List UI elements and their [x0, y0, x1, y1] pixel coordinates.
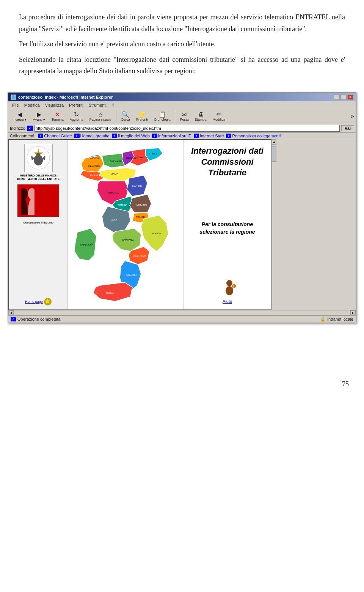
status-e-icon: e [11, 317, 16, 321]
status-text: Operazione completata [17, 317, 61, 321]
paragraph-3: Selezionando la citata locuzione "Interr… [19, 54, 345, 77]
link-internet-start[interactable]: e Internet Start [194, 134, 224, 138]
menu-file[interactable]: File [10, 102, 21, 108]
print-button[interactable]: 🖨 Stampa [192, 110, 209, 123]
menu-visualizza[interactable]: Visualizza [43, 102, 66, 108]
link-e-icon: e [38, 134, 43, 138]
back-button[interactable]: ◀ Indietro▼ [10, 110, 30, 123]
interrogazioni-title: Interrogazioni dati Commissioni Tributar… [191, 146, 264, 178]
menu-help[interactable]: ? [110, 102, 116, 108]
status-left: e Operazione completata [11, 317, 61, 321]
paragraph-2: Per l'utilizzo del servizio non e' previ… [19, 38, 345, 50]
address-label: Indirizzo [10, 126, 25, 131]
print-icon: 🖨 [198, 112, 204, 118]
link-e-icon-3: e [112, 134, 117, 138]
refresh-button[interactable]: ↻ Aggiorna [67, 110, 86, 123]
label-piemonte: PIEMONTE [88, 165, 100, 167]
history-button[interactable]: 📋 Cronologia [151, 110, 173, 123]
address-bar: Indirizzo e Vai [8, 124, 356, 133]
links-label: Collegamenti [10, 134, 34, 138]
back-label: Indietro▼ [13, 118, 27, 121]
svg-point-3 [36, 153, 40, 157]
label-toscana: TOSCANA [108, 192, 119, 194]
svg-point-4 [226, 280, 232, 286]
left-panel: MINISTERO DELLE FINANZE DIPARTIMENTO DEL… [9, 140, 68, 309]
back-icon: ◀ [17, 112, 22, 118]
link-e-icon-2: e [74, 134, 80, 138]
svg-point-5 [226, 286, 233, 295]
close-button[interactable]: ✕ [347, 94, 353, 100]
go-button[interactable]: Vai [341, 125, 354, 131]
home-button[interactable]: ⌂ Pagina iniziale [87, 110, 114, 123]
favorites-button[interactable]: ⭐ Preferiti [133, 110, 151, 123]
contenzioso-label: Contenzioso Tributario [23, 220, 53, 225]
link-ie-info[interactable]: e Informazioni su IE [152, 134, 191, 138]
status-right: 🔒 Intranet locale [320, 316, 353, 322]
home-icon: ⌂ [99, 112, 102, 118]
minimize-button[interactable]: _ [334, 94, 340, 100]
lock-icon: 🔒 [320, 316, 326, 322]
menu-preferiti[interactable]: Preferiti [67, 102, 86, 108]
link-e-icon-4: e [152, 134, 157, 138]
address-input[interactable] [35, 125, 340, 132]
ministry-name: MINISTERO DELLE FINANZE DIPARTIMENTO DEL… [17, 174, 60, 181]
window-title: contenzioso_Index - Microsoft Internet E… [18, 95, 113, 99]
toolbar-expand[interactable]: » [351, 112, 354, 120]
scrollbar-thumb[interactable] [272, 146, 276, 162]
browser-content-area: MINISTERO DELLE FINANZE DIPARTIMENTO DEL… [8, 139, 356, 310]
search-button[interactable]: 🔍 Cerca [118, 110, 133, 123]
link-hotmail[interactable]: e Hotmail gratuita [74, 134, 110, 138]
edit-button[interactable]: ✏ Modifica [210, 110, 228, 123]
vertical-scrollbar[interactable]: ▲ [271, 139, 277, 310]
label-friuli: FRIULI [149, 153, 157, 155]
menu-modifica[interactable]: Modifica [22, 102, 42, 108]
stop-icon: ✕ [55, 112, 60, 118]
maximize-button[interactable]: □ [340, 94, 347, 100]
label-molise: MOLISE [136, 216, 145, 218]
history-icon: 📋 [158, 112, 166, 118]
browser-icon: 🌐 [11, 94, 16, 100]
figure-decoration [19, 188, 35, 211]
link-meglio[interactable]: e Il meglio del Web [112, 134, 150, 138]
title-bar-left: 🌐 contenzioso_Index - Microsoft Internet… [11, 94, 113, 100]
bottom-spacer [0, 327, 364, 380]
toolbar-sep-1 [116, 111, 116, 122]
intranet-label: Intranet locale [327, 317, 353, 321]
link-channel-guide[interactable]: e Channel Guide [38, 134, 72, 138]
label-sicilia: SICILIA [106, 292, 114, 294]
label-sardegna: SARDEGNA [80, 244, 93, 246]
aiuto-link[interactable]: Aiuto [223, 299, 232, 304]
stop-label: Termina [52, 118, 64, 121]
link-personalizza[interactable]: e Personalizza collegamenti [226, 134, 281, 138]
toolbar: ◀ Indietro▼ ▶ Avanti▼ ✕ Termina ↻ Aggior… [8, 109, 356, 124]
search-label: Cerca [121, 118, 130, 121]
address-e-icon: e [27, 126, 33, 131]
label-lazio: LAZIO [111, 219, 118, 221]
mail-button[interactable]: ✉ Posta [177, 110, 191, 123]
horizontal-scrollbar[interactable]: ◀ ▶ [8, 310, 356, 315]
label-umbria: UMBRIA [118, 204, 127, 206]
consultazione-text: Per la consultazione selezionare la regi… [199, 221, 255, 236]
scrollbar-right-arrow[interactable]: ▶ [350, 310, 356, 315]
scrollbar-left-arrow[interactable]: ◀ [8, 310, 14, 315]
italy-map-svg[interactable]: V.AOSTA PIEMONTE LOMBARDIA TRENTINO VENE… [70, 145, 182, 304]
stop-button[interactable]: ✕ Termina [49, 110, 66, 123]
links-bar: Collegamenti e Channel Guide e Hotmail g… [8, 133, 356, 139]
menu-strumenti[interactable]: Strumenti [86, 102, 109, 108]
aiuto-section: i Aiuto [218, 279, 237, 304]
aiuto-icon-area: i [218, 279, 237, 298]
map-panel: V.AOSTA PIEMONTE LOMBARDIA TRENTINO VENE… [68, 140, 184, 309]
label-liguria: LIGURIA [89, 174, 98, 176]
scrollbar-up-arrow[interactable]: ▲ [272, 139, 276, 145]
homepage-icon: ⭐ [44, 298, 52, 305]
homepage-link[interactable]: Home page [25, 300, 43, 304]
label-emilia: EMILIA R. [111, 173, 121, 175]
forward-label: Avanti▼ [33, 118, 46, 121]
mail-icon: ✉ [182, 112, 187, 118]
mail-label: Posta [180, 118, 188, 121]
scrollbar-track-h [14, 310, 350, 315]
edit-icon: ✏ [217, 112, 221, 118]
forward-button[interactable]: ▶ Avanti▼ [30, 110, 48, 123]
region-abruzzo[interactable] [130, 194, 151, 213]
label-puglia: PUGLIA [152, 232, 161, 235]
